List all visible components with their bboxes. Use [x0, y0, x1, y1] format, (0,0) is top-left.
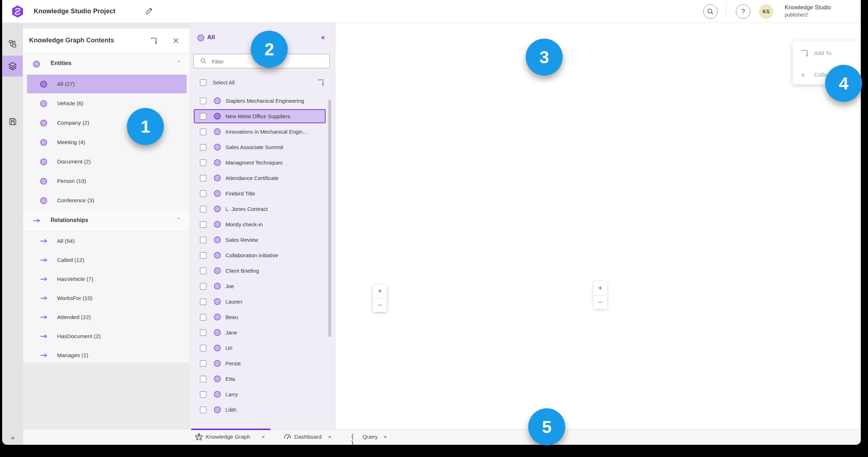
close-tab-icon[interactable]: ×	[262, 434, 265, 440]
item-checkbox[interactable]	[200, 175, 206, 181]
bottom-tab-bar: Knowledge Graph × Dashboard × { } Query …	[23, 429, 861, 445]
chevron-up-icon[interactable]: ⌃	[176, 217, 181, 223]
item-checkbox[interactable]	[200, 299, 206, 305]
entity-instance-item[interactable]: Lauren	[190, 294, 336, 309]
entity-instance-item[interactable]: Innovations in Mechanical Engin...	[190, 124, 336, 139]
entity-circle-icon	[214, 345, 221, 351]
item-checkbox[interactable]	[200, 329, 206, 336]
zoom-in-button[interactable]: +	[373, 285, 387, 298]
item-checkbox[interactable]	[200, 206, 206, 212]
entity-circle-icon	[40, 178, 47, 185]
relationships-list-item[interactable]: WorksFor (10)	[23, 288, 190, 308]
entities-list-item[interactable]: Document (2)	[23, 152, 190, 171]
entity-circle-icon	[40, 158, 47, 165]
entities-list-item[interactable]: Company (2)	[23, 113, 190, 133]
entity-instance-item[interactable]: Beau	[190, 309, 336, 325]
entity-instance-item[interactable]: Montly check-in	[190, 217, 336, 232]
entity-instance-item[interactable]: Sales Associate Summit	[190, 139, 336, 155]
item-checkbox[interactable]	[200, 391, 206, 398]
chevron-up-icon[interactable]: ⌃	[176, 60, 181, 66]
close-tab-icon[interactable]: ×	[384, 434, 387, 440]
entity-instance-item[interactable]: Uri	[190, 340, 336, 356]
collapse-panel-icon[interactable]: «	[321, 33, 325, 41]
entity-circle-icon	[214, 159, 221, 166]
search-button[interactable]	[703, 4, 718, 19]
rail-item-datamodel[interactable]	[2, 33, 23, 54]
entities-list-item[interactable]: Meeting (4)	[23, 133, 190, 152]
entity-circle-icon	[214, 314, 221, 320]
add-selection-icon[interactable]	[317, 79, 325, 86]
rail-expand-button[interactable]: »	[2, 427, 23, 445]
entity-instance-item[interactable]: Joe	[190, 278, 336, 294]
entity-instance-item[interactable]: Client Briefing	[190, 263, 336, 278]
entity-instance-item[interactable]: Managment Techniques	[190, 155, 336, 170]
user-identity[interactable]: Knowledge Studio publisher2	[785, 4, 831, 18]
item-checkbox[interactable]	[200, 98, 206, 104]
entity-circle-icon	[214, 406, 221, 413]
relationships-list-item[interactable]: Manages (1)	[23, 346, 190, 365]
item-checkbox[interactable]	[200, 190, 206, 197]
entity-instance-item[interactable]: Larry	[190, 387, 336, 402]
relationships-group-header[interactable]: Relationships ⌃	[23, 210, 190, 231]
help-button[interactable]: ?	[736, 4, 750, 19]
zoom-in-button[interactable]: +	[593, 282, 607, 295]
item-checkbox[interactable]	[200, 376, 206, 382]
list-scrollbar[interactable]	[328, 100, 331, 337]
entity-instance-item[interactable]: Lilith	[190, 402, 336, 417]
knowledge-graph-icon	[195, 433, 203, 441]
entity-circle-icon	[214, 113, 221, 120]
edit-title-icon[interactable]	[145, 7, 153, 15]
header-divider	[726, 4, 726, 19]
entity-instance-item[interactable]: Firebird Title	[190, 186, 336, 201]
item-checkbox[interactable]	[200, 221, 206, 228]
item-checkbox[interactable]	[200, 345, 206, 351]
item-checkbox[interactable]	[200, 129, 206, 135]
entity-instance-item[interactable]: Etta	[190, 371, 336, 387]
app-logo-icon[interactable]	[11, 5, 24, 18]
item-checkbox[interactable]	[200, 252, 206, 259]
entities-group-header[interactable]: Entities ⌃	[23, 53, 190, 74]
item-checkbox[interactable]	[200, 407, 206, 413]
menu-item-add-to[interactable]: Add To	[793, 49, 860, 59]
relationships-list-item[interactable]: HasVehicle (7)	[23, 269, 190, 288]
entity-instance-item[interactable]: Sales Review	[190, 232, 336, 248]
close-tab-icon[interactable]: ×	[328, 434, 331, 440]
relationships-list-item[interactable]: HasDocument (2)	[23, 327, 190, 346]
entities-list-item[interactable]: Person (10)	[23, 171, 190, 191]
relationships-list-item[interactable]: All (54)	[23, 231, 190, 250]
item-checkbox[interactable]	[200, 283, 206, 290]
avatar[interactable]: KS	[759, 4, 773, 19]
item-checkbox[interactable]	[200, 268, 206, 274]
close-panel-icon[interactable]	[173, 38, 179, 43]
select-all-checkbox[interactable]	[200, 79, 206, 86]
add-to-new-icon[interactable]	[150, 37, 158, 45]
rail-item-contents[interactable]	[2, 56, 23, 77]
item-checkbox[interactable]	[200, 360, 206, 367]
entity-instance-item[interactable]: Attendance Certificate	[190, 170, 336, 186]
entities-list-item[interactable]: Conference (3)	[23, 191, 190, 210]
relationships-list-item[interactable]: Attended (22)	[23, 308, 190, 327]
entity-instance-item[interactable]: Jane	[190, 325, 336, 340]
entity-circle-icon	[214, 360, 221, 367]
item-checkbox[interactable]	[200, 314, 206, 320]
entity-instance-item[interactable]: Collaboration initiative	[190, 248, 336, 263]
filter-search-icon	[200, 58, 206, 64]
entity-circle-icon	[214, 206, 221, 212]
entities-list-item[interactable]: All (27)	[23, 74, 190, 94]
entity-instance-item[interactable]: L. Jones Contract	[190, 201, 336, 217]
relationships-list-item[interactable]: Called (12)	[23, 250, 190, 269]
entity-instance-item[interactable]: Staplers Mechanical Engineering	[190, 93, 336, 109]
zoom-out-button[interactable]: −	[373, 298, 387, 312]
callout-badge-4: 4	[825, 65, 862, 102]
item-checkbox[interactable]	[200, 113, 206, 120]
entity-circle-icon	[214, 221, 221, 228]
item-checkbox[interactable]	[200, 237, 206, 243]
entity-instance-item[interactable]: Persie	[190, 356, 336, 371]
item-checkbox[interactable]	[200, 160, 206, 166]
rail-item-save[interactable]	[2, 111, 23, 132]
item-checkbox[interactable]	[200, 144, 206, 151]
entity-instance-item[interactable]: New Metal Office Suppliers	[190, 109, 336, 124]
entities-list-item[interactable]: Vehicle (6)	[23, 94, 190, 113]
zoom-out-button[interactable]: −	[593, 295, 607, 309]
app-window: Knowledge Studio Project ? KS Knowledge …	[2, 0, 861, 445]
